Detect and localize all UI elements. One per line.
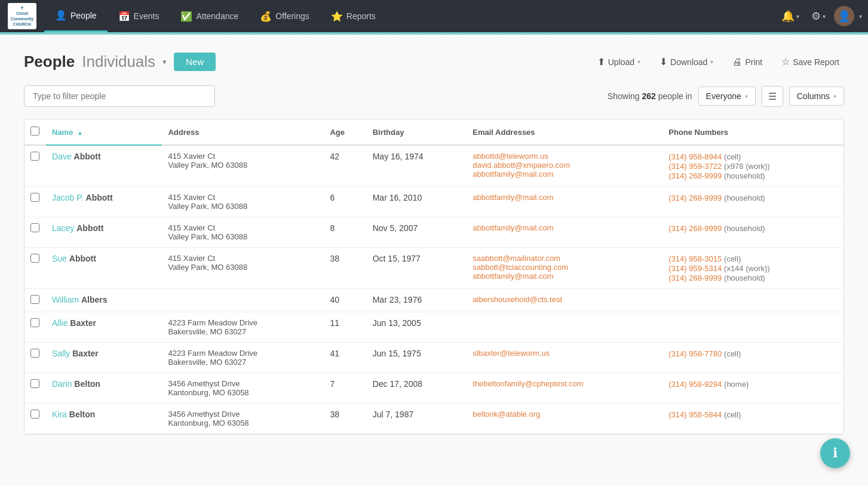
th-address[interactable]: Address [162,119,324,145]
save-report-button[interactable]: ☆ Save Report [777,53,844,70]
email-link[interactable]: abbottfamily@mail.com [473,223,657,232]
person-link[interactable]: Allie Baxter [52,318,96,328]
row-age-cell: 11 [324,312,366,343]
row-checkbox[interactable] [30,193,39,202]
page-header: People Individuals ▾ New ⬆ Upload ▾ ⬇ Do… [24,53,844,71]
phone-row: (314) 958-7780 (cell) [668,349,838,358]
columns-dropdown[interactable]: Columns ▾ [789,87,844,106]
row-birthday-cell: Mar 16, 2010 [367,187,467,217]
email-link[interactable]: sabbott@tciaccounting.com [473,263,657,272]
row-phone-cell: (314) 958-7780 (cell) [662,343,844,373]
filter-list-icon-button[interactable]: ☰ [762,86,783,107]
row-checkbox-cell [24,404,46,434]
email-link[interactable]: saabbott@mailinator.com [473,254,657,263]
nav-item-offerings[interactable]: 💰 Offerings [249,0,320,32]
row-checkbox-cell [24,145,46,187]
row-checkbox[interactable] [30,223,39,232]
row-phone-cell: (314) 958-3015 (cell)(314) 959-5314 (x14… [662,248,844,289]
nav-label-attendance: Attendance [196,11,238,21]
phone-link[interactable]: (314) 268-9999 [668,171,722,180]
row-birthday-cell: Oct 15, 1977 [367,248,467,289]
row-checkbox[interactable] [30,349,39,358]
phone-link[interactable]: (314) 959-3722 [668,162,722,171]
email-link[interactable]: abbottfamily@mail.com [473,193,657,202]
row-birthday-cell: Jun 15, 1975 [367,343,467,373]
email-link[interactable]: abbottfamily@mail.com [473,170,657,179]
phone-type: (cell) [724,254,741,263]
select-all-checkbox[interactable] [30,127,39,136]
row-checkbox[interactable] [30,152,39,161]
phone-link[interactable]: (314) 958-9294 [668,380,722,389]
phone-link[interactable]: (314) 268-9999 [668,273,722,282]
th-name-label: Name [52,128,73,137]
phone-link[interactable]: (314) 958-7780 [668,349,722,358]
row-checkbox[interactable] [30,410,39,419]
address-line2: Bakersville, MO 63027 [168,327,318,336]
phone-type: (household) [724,224,765,233]
email-link[interactable]: abbottd@teleworm.us [473,152,657,161]
upload-label: Upload [608,57,634,67]
th-address-label: Address [168,128,199,137]
th-name[interactable]: Name ▲ [46,119,162,145]
group-filter-label: Everyone [706,91,741,101]
email-link[interactable]: beltonk@atable.org [473,410,657,419]
phone-row: (314) 958-5844 (cell) [668,410,838,419]
phone-link[interactable]: (314) 958-3015 [668,254,722,263]
settings-button[interactable]: ⚙ ▾ [808,6,829,26]
app-logo[interactable]: ✝ChristCommunityCHURCH [6,0,38,32]
th-phone[interactable]: Phone Numbers [662,119,844,145]
email-link[interactable]: thebeltonfamily@cpheptest.com [473,379,657,388]
group-filter-dropdown[interactable]: Everyone ▾ [698,87,756,106]
person-link[interactable]: Lacey Abbott [52,223,103,233]
row-birthday-cell: Nov 5, 2007 [367,217,467,248]
row-checkbox[interactable] [30,379,39,388]
download-button[interactable]: ⬇ Download ▾ [655,53,718,70]
person-link[interactable]: Sally Baxter [52,349,99,358]
nav-item-people[interactable]: 👤 People [44,0,108,32]
phone-link[interactable]: (314) 959-5314 [668,264,722,273]
th-birthday[interactable]: Birthday [367,119,467,145]
row-birthday-cell: Dec 17, 2008 [367,373,467,404]
address-line2: Kantonburg, MO 63058 [168,419,318,427]
avatar[interactable]: 👤 [834,6,854,26]
email-link[interactable]: abbottfamily@mail.com [473,272,657,281]
subtitle-dropdown[interactable]: ▾ [162,57,167,66]
row-age-cell: 41 [324,343,366,373]
email-link[interactable]: slbaxter@teleworm.us [473,349,657,358]
row-name-cell: Dave Abbott [46,145,162,187]
row-checkbox-cell [24,343,46,373]
phone-link[interactable]: (314) 268-9999 [668,193,722,202]
email-link[interactable]: albershousehold@cts.test [473,295,657,304]
address-line1: 4223 Farm Meadow Drive [168,349,318,358]
notifications-button[interactable]: 🔔 ▾ [778,6,803,26]
phone-type: (x978 (work)) [724,162,770,171]
person-link[interactable]: Darin Belton [52,379,100,389]
person-link[interactable]: Jacob P. Abbott [52,193,113,202]
row-checkbox[interactable] [30,318,39,327]
phone-link[interactable]: (314) 958-8944 [668,152,722,161]
people-filter-input[interactable] [24,85,215,107]
nav-item-reports[interactable]: ⭐ Reports [320,0,387,32]
phone-link[interactable]: (314) 958-5844 [668,410,722,419]
row-name-cell: Jacob P. Abbott [46,187,162,217]
new-button[interactable]: New [174,53,216,71]
row-checkbox[interactable] [30,295,39,304]
th-select-all[interactable] [24,119,46,145]
upload-button[interactable]: ⬆ Upload ▾ [593,53,645,70]
th-email[interactable]: Email Addresses [467,119,662,145]
nav-item-events[interactable]: 📅 Events [108,0,170,32]
phone-link[interactable]: (314) 268-9999 [668,224,722,233]
person-link[interactable]: Dave Abbott [52,152,101,161]
person-link[interactable]: William Albers [52,295,108,304]
person-link[interactable]: Sue Abbott [52,254,96,263]
info-fab-button[interactable]: ℹ [820,438,850,468]
email-link[interactable]: david.abbott@xmpaero.com [473,161,657,170]
phone-type: (cell) [724,410,741,419]
row-checkbox[interactable] [30,254,39,263]
nav-item-attendance[interactable]: ✅ Attendance [170,0,249,32]
person-link[interactable]: Kira Belton [52,410,95,419]
print-button[interactable]: 🖨 Print [728,54,767,70]
columns-label: Columns [797,91,830,101]
print-icon: 🖨 [732,57,742,67]
th-age[interactable]: Age [324,119,366,145]
